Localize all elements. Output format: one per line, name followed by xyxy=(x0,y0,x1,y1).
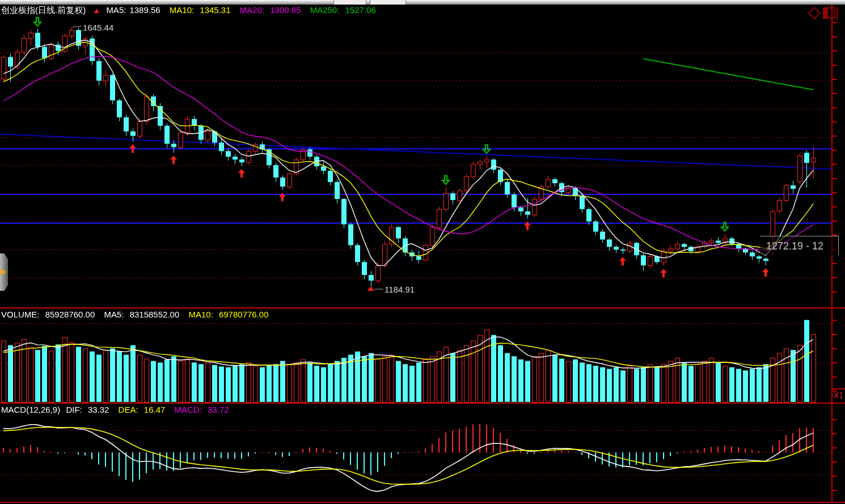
chart-canvas[interactable] xyxy=(0,0,845,504)
ma10-indicator: MA10: 1345.31 xyxy=(170,5,234,15)
sidebar-expander-handle[interactable] xyxy=(0,253,8,291)
macd-value-indicator: MACD: 33.72 xyxy=(175,405,233,414)
price-tooltip: 1272.19 - 12 xyxy=(760,236,839,255)
macd-title: MACD(12,26,9) xyxy=(1,405,60,414)
toolbar-button[interactable] xyxy=(370,0,406,5)
dif-indicator: DIF: 33.32 xyxy=(66,405,112,414)
volume-indicator: VOLUME: 85928760.00 xyxy=(1,310,98,319)
dea-indicator: DEA: 16.47 xyxy=(119,405,169,414)
ma250-indicator: MA250: 1527.06 xyxy=(310,5,379,15)
axis-top-tick xyxy=(836,7,838,20)
pane-scale-label: X1 xyxy=(833,389,845,401)
trading-app-window: 创业板指(日线.前复权) ▲ MA5:1389.56 MA10: 1345.31… xyxy=(0,0,845,504)
macd-header: MACD(12,26,9) DIF: 33.32 DEA: 16.47 MACD… xyxy=(1,405,236,414)
volume-ma10-indicator: MA10: 69780776.00 xyxy=(188,310,272,319)
ma5-indicator: MA5:1389.56 xyxy=(106,5,163,15)
high-price-label: 1645.44 xyxy=(83,23,113,32)
main-chart-header: 创业板指(日线.前复权) ▲ MA5:1389.56 MA10: 1345.31… xyxy=(1,5,383,16)
symbol-title: 创业板指(日线.前复权) xyxy=(1,5,86,15)
split-window-icon[interactable] xyxy=(823,7,835,19)
volume-ma5-indicator: MA5: 83158552.00 xyxy=(104,310,183,319)
up-arrow-icon: ▲ xyxy=(92,6,100,15)
low-price-label: 1184.91 xyxy=(385,285,415,294)
ma20-indicator: MA20: 1300.85 xyxy=(240,5,305,15)
toolbar-bottom-edge xyxy=(0,0,845,5)
toolbar-button[interactable] xyxy=(333,0,366,5)
expand-arrow-icon xyxy=(1,268,6,276)
volume-header: VOLUME: 85928760.00 MA5: 83158552.00 MA1… xyxy=(1,310,276,319)
